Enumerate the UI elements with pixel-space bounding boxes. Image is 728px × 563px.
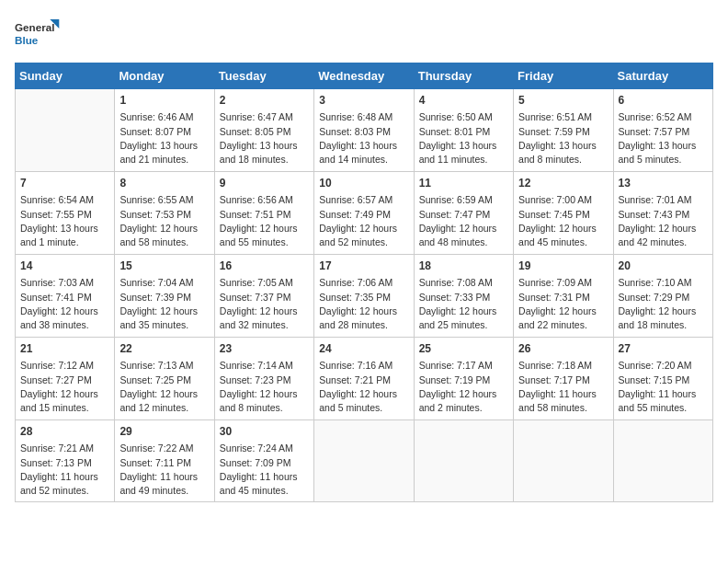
day-info: Sunrise: 6:46 AM Sunset: 8:07 PM Dayligh… [119,110,209,167]
logo: General Blue [15,15,61,52]
day-number: 3 [319,93,408,109]
day-number: 7 [20,176,109,191]
calendar-cell: 20Sunrise: 7:10 AM Sunset: 7:29 PM Dayli… [613,255,712,338]
svg-text:Blue: Blue [15,34,39,46]
day-info: Sunrise: 7:20 AM Sunset: 7:15 PM Dayligh… [619,359,708,415]
calendar-week-5: 28Sunrise: 7:21 AM Sunset: 7:13 PM Dayli… [16,420,713,502]
calendar-cell: 18Sunrise: 7:08 AM Sunset: 7:33 PM Dayli… [414,255,513,338]
day-info: Sunrise: 6:47 AM Sunset: 8:05 PM Dayligh… [220,110,309,167]
day-number: 8 [119,176,209,191]
calendar-cell: 9Sunrise: 6:56 AM Sunset: 7:51 PM Daylig… [214,172,313,255]
calendar-cell: 23Sunrise: 7:14 AM Sunset: 7:23 PM Dayli… [214,338,313,420]
calendar-cell: 3Sunrise: 6:48 AM Sunset: 8:03 PM Daylig… [314,89,414,172]
day-number: 24 [319,341,408,357]
svg-text:General: General [15,21,54,33]
day-info: Sunrise: 6:57 AM Sunset: 7:49 PM Dayligh… [319,193,408,249]
day-number: 13 [619,176,708,191]
day-number: 1 [119,93,209,109]
day-number: 22 [119,341,209,357]
calendar-cell [414,420,513,502]
day-number: 12 [518,176,608,191]
calendar-cell: 4Sunrise: 6:50 AM Sunset: 8:01 PM Daylig… [414,89,513,172]
day-number: 30 [220,424,309,440]
calendar-cell: 29Sunrise: 7:22 AM Sunset: 7:11 PM Dayli… [115,420,214,502]
calendar-week-1: 1Sunrise: 6:46 AM Sunset: 8:07 PM Daylig… [16,89,713,172]
day-info: Sunrise: 7:14 AM Sunset: 7:23 PM Dayligh… [220,359,309,415]
day-info: Sunrise: 7:00 AM Sunset: 7:45 PM Dayligh… [518,193,608,249]
calendar-cell: 1Sunrise: 6:46 AM Sunset: 8:07 PM Daylig… [115,89,214,172]
day-number: 25 [419,341,508,357]
day-number: 20 [619,259,708,274]
day-number: 4 [419,93,508,109]
column-header-thursday: Thursday [414,63,513,89]
column-header-monday: Monday [115,63,214,89]
calendar-cell: 11Sunrise: 6:59 AM Sunset: 7:47 PM Dayli… [414,172,513,255]
calendar-cell: 5Sunrise: 6:51 AM Sunset: 7:59 PM Daylig… [514,89,613,172]
calendar-cell: 14Sunrise: 7:03 AM Sunset: 7:41 PM Dayli… [16,255,115,338]
day-info: Sunrise: 6:48 AM Sunset: 8:03 PM Dayligh… [319,110,408,167]
calendar-cell: 28Sunrise: 7:21 AM Sunset: 7:13 PM Dayli… [16,420,115,502]
column-header-friday: Friday [514,63,613,89]
day-info: Sunrise: 6:55 AM Sunset: 7:53 PM Dayligh… [119,193,209,249]
calendar-cell: 7Sunrise: 6:54 AM Sunset: 7:55 PM Daylig… [16,172,115,255]
calendar-cell: 8Sunrise: 6:55 AM Sunset: 7:53 PM Daylig… [115,172,214,255]
calendar-cell: 30Sunrise: 7:24 AM Sunset: 7:09 PM Dayli… [214,420,313,502]
calendar-cell: 6Sunrise: 6:52 AM Sunset: 7:57 PM Daylig… [613,89,712,172]
calendar-cell [314,420,414,502]
day-info: Sunrise: 6:51 AM Sunset: 7:59 PM Dayligh… [518,110,608,167]
day-info: Sunrise: 6:50 AM Sunset: 8:01 PM Dayligh… [419,110,508,167]
calendar-cell: 26Sunrise: 7:18 AM Sunset: 7:17 PM Dayli… [514,338,613,420]
day-info: Sunrise: 7:06 AM Sunset: 7:35 PM Dayligh… [319,276,408,332]
calendar-table: SundayMondayTuesdayWednesdayThursdayFrid… [15,63,713,502]
calendar-cell: 15Sunrise: 7:04 AM Sunset: 7:39 PM Dayli… [115,255,214,338]
calendar-cell [613,420,712,502]
day-info: Sunrise: 7:04 AM Sunset: 7:39 PM Dayligh… [119,276,209,332]
day-number: 28 [20,424,109,440]
day-info: Sunrise: 6:52 AM Sunset: 7:57 PM Dayligh… [619,110,708,167]
day-info: Sunrise: 7:17 AM Sunset: 7:19 PM Dayligh… [419,359,508,415]
column-header-sunday: Sunday [16,63,115,89]
column-header-tuesday: Tuesday [214,63,313,89]
calendar-cell [514,420,613,502]
calendar-cell: 24Sunrise: 7:16 AM Sunset: 7:21 PM Dayli… [314,338,414,420]
calendar-cell [16,89,115,172]
day-info: Sunrise: 6:56 AM Sunset: 7:51 PM Dayligh… [220,193,309,249]
calendar-cell: 22Sunrise: 7:13 AM Sunset: 7:25 PM Dayli… [115,338,214,420]
calendar-cell: 19Sunrise: 7:09 AM Sunset: 7:31 PM Dayli… [514,255,613,338]
day-number: 17 [319,259,408,274]
day-number: 5 [518,93,608,109]
day-info: Sunrise: 7:01 AM Sunset: 7:43 PM Dayligh… [619,193,708,249]
calendar-cell: 27Sunrise: 7:20 AM Sunset: 7:15 PM Dayli… [613,338,712,420]
calendar-header-row: SundayMondayTuesdayWednesdayThursdayFrid… [16,63,713,89]
calendar-cell: 16Sunrise: 7:05 AM Sunset: 7:37 PM Dayli… [214,255,313,338]
column-header-saturday: Saturday [613,63,712,89]
day-number: 18 [419,259,508,274]
calendar-cell: 25Sunrise: 7:17 AM Sunset: 7:19 PM Dayli… [414,338,513,420]
calendar-week-2: 7Sunrise: 6:54 AM Sunset: 7:55 PM Daylig… [16,172,713,255]
day-info: Sunrise: 7:09 AM Sunset: 7:31 PM Dayligh… [518,276,608,332]
day-number: 10 [319,176,408,191]
calendar-cell: 21Sunrise: 7:12 AM Sunset: 7:27 PM Dayli… [16,338,115,420]
column-header-wednesday: Wednesday [314,63,414,89]
calendar-cell: 10Sunrise: 6:57 AM Sunset: 7:49 PM Dayli… [314,172,414,255]
day-number: 14 [20,259,109,274]
day-number: 26 [518,341,608,357]
day-info: Sunrise: 7:21 AM Sunset: 7:13 PM Dayligh… [20,442,109,498]
day-number: 21 [20,341,109,357]
day-info: Sunrise: 7:08 AM Sunset: 7:33 PM Dayligh… [419,276,508,332]
day-info: Sunrise: 7:05 AM Sunset: 7:37 PM Dayligh… [220,276,309,332]
logo-svg: General Blue [15,15,61,52]
day-number: 27 [619,341,708,357]
calendar-week-4: 21Sunrise: 7:12 AM Sunset: 7:27 PM Dayli… [16,338,713,420]
day-number: 19 [518,259,608,274]
day-number: 15 [119,259,209,274]
day-info: Sunrise: 7:24 AM Sunset: 7:09 PM Dayligh… [220,442,309,498]
day-number: 11 [419,176,508,191]
day-number: 2 [220,93,309,109]
day-number: 23 [220,341,309,357]
calendar-cell: 13Sunrise: 7:01 AM Sunset: 7:43 PM Dayli… [613,172,712,255]
day-info: Sunrise: 7:16 AM Sunset: 7:21 PM Dayligh… [319,359,408,415]
day-number: 16 [220,259,309,274]
day-info: Sunrise: 7:22 AM Sunset: 7:11 PM Dayligh… [119,442,209,498]
day-info: Sunrise: 7:10 AM Sunset: 7:29 PM Dayligh… [619,276,708,332]
